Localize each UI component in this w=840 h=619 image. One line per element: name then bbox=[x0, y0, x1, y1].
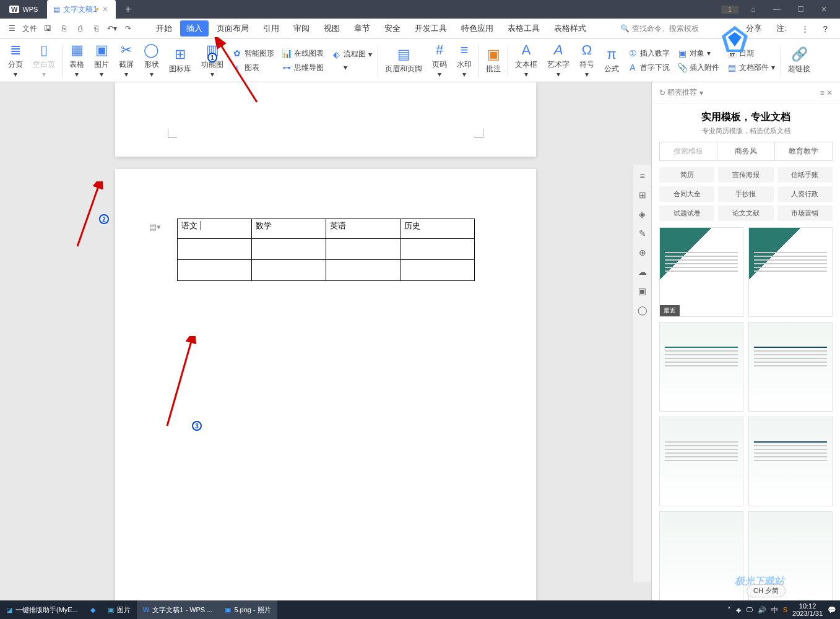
template-thumb[interactable] bbox=[748, 322, 833, 412]
tag-chip[interactable]: 简历 bbox=[659, 167, 714, 183]
tag-chip[interactable]: 宣传海报 bbox=[718, 167, 773, 183]
tray-network-icon[interactable]: 🖵 bbox=[746, 606, 753, 613]
tag-chip[interactable]: 人资行政 bbox=[777, 186, 833, 202]
tray-chevron-icon[interactable]: ˄ bbox=[727, 606, 731, 614]
side-icon[interactable]: ⊞ bbox=[639, 190, 646, 200]
maximize-icon[interactable]: ☐ bbox=[792, 5, 809, 14]
watermark-button[interactable]: ≡水印▾ bbox=[452, 41, 477, 80]
attachment-button[interactable]: 📎插入附件 bbox=[677, 63, 719, 73]
menu-security[interactable]: 安全 bbox=[378, 20, 407, 37]
icon-lib-button[interactable]: ⊞图标库 bbox=[164, 45, 196, 76]
object-button[interactable]: ▣对象▾ bbox=[677, 48, 719, 59]
menu-reference[interactable]: 引用 bbox=[257, 20, 285, 37]
header-footer-button[interactable]: ▤页眉和页脚 bbox=[380, 45, 427, 76]
paragraph-mark-icon[interactable]: ▤▾ bbox=[149, 222, 161, 232]
quick-print-icon[interactable]: ⎗ bbox=[90, 23, 102, 34]
comment-button[interactable]: ▣批注 bbox=[481, 45, 506, 76]
page-break-button[interactable]: ≣分页▾ bbox=[3, 41, 28, 80]
ime-indicator[interactable]: CH 夕简 bbox=[747, 584, 786, 597]
mind-map-dd[interactable]: ▾ bbox=[331, 63, 372, 72]
table-cell[interactable]: 英语 bbox=[326, 219, 401, 239]
doc-parts-button[interactable]: ▤文档部件▾ bbox=[727, 63, 775, 73]
table-cell[interactable]: 语文 bbox=[178, 219, 252, 239]
minimize-icon[interactable]: — bbox=[768, 5, 786, 14]
tray-icon[interactable]: ◈ bbox=[736, 606, 741, 614]
template-thumb[interactable] bbox=[659, 417, 743, 506]
panel-tab[interactable]: 教育教学 bbox=[775, 142, 832, 160]
taskbar-app[interactable]: ◪一键排版助手(MyE... bbox=[0, 600, 84, 619]
template-thumb[interactable] bbox=[659, 322, 743, 412]
side-icon[interactable]: ⊕ bbox=[639, 248, 646, 258]
menu-table-style[interactable]: 表格样式 bbox=[548, 20, 592, 37]
taskbar-app-active[interactable]: W文字文稿1 - WPS ... bbox=[137, 600, 219, 619]
side-icon[interactable]: ✎ bbox=[639, 228, 646, 238]
template-thumb[interactable] bbox=[748, 417, 833, 506]
menu-page-layout[interactable]: 页面布局 bbox=[210, 20, 255, 37]
menu-view[interactable]: 视图 bbox=[318, 20, 346, 37]
taskbar-app[interactable]: ◆ bbox=[84, 600, 102, 619]
assistant-bird-icon[interactable] bbox=[719, 25, 750, 56]
tray-volume-icon[interactable]: 🔊 bbox=[758, 606, 766, 614]
symbol-button[interactable]: Ω符号▾ bbox=[574, 41, 599, 80]
panel-menu-icon[interactable]: ≡ ✕ bbox=[820, 89, 833, 97]
menu-devtools[interactable]: 开发工具 bbox=[409, 20, 453, 37]
taskbar-app[interactable]: ▣5.png - 照片 bbox=[219, 600, 277, 619]
hamburger-icon[interactable]: ☰ bbox=[6, 23, 17, 34]
print-preview-icon[interactable]: ⎘ bbox=[58, 23, 69, 34]
template-thumb[interactable] bbox=[659, 511, 743, 600]
insert-num-button[interactable]: ①插入数字 bbox=[628, 48, 670, 59]
redo-icon[interactable]: ↷ bbox=[123, 23, 134, 34]
menu-section[interactable]: 章节 bbox=[348, 20, 376, 37]
settings-icon[interactable]: ⌂ bbox=[745, 5, 762, 14]
menu-table-tools[interactable]: 表格工具 bbox=[501, 20, 546, 37]
mind-map-button[interactable]: ⊶思维导图 bbox=[282, 63, 324, 73]
undo-icon[interactable]: ↶▾ bbox=[106, 23, 118, 34]
tab-close-icon[interactable]: ✕ bbox=[102, 5, 108, 14]
formula-button[interactable]: π公式 bbox=[599, 45, 624, 76]
menu-review[interactable]: 审阅 bbox=[287, 20, 316, 37]
picture-button[interactable]: ▣图片▾ bbox=[89, 41, 114, 80]
table-cell[interactable]: 历史 bbox=[401, 219, 475, 239]
refresh-icon[interactable]: ↻ bbox=[659, 89, 665, 97]
tray-sogou-icon[interactable]: Ѕ bbox=[783, 606, 787, 613]
shape-button[interactable]: ◯形状▾ bbox=[139, 41, 164, 80]
user-badge[interactable]: 1 bbox=[721, 6, 738, 14]
tray-notification-icon[interactable]: 💬 bbox=[828, 606, 836, 614]
table-button[interactable]: ▦表格▾ bbox=[64, 41, 89, 80]
document-canvas[interactable]: ▤▾ 语文 数学 英语 历史 2 3 bbox=[0, 82, 651, 600]
menu-start[interactable]: 开始 bbox=[150, 20, 178, 37]
print-icon[interactable]: ⎙ bbox=[74, 23, 85, 34]
side-icon[interactable]: ≡ bbox=[639, 171, 644, 181]
tag-chip[interactable]: 手抄报 bbox=[718, 186, 773, 202]
command-search[interactable]: 🔍 查找命令、搜索模板 bbox=[620, 24, 699, 34]
tag-chip[interactable]: 论文文献 bbox=[718, 206, 773, 221]
side-icon[interactable]: ▣ bbox=[638, 286, 646, 296]
online-chart-button[interactable]: 📊在线图表 bbox=[282, 48, 324, 59]
table-cell[interactable]: 数学 bbox=[252, 219, 326, 239]
document-table[interactable]: 语文 数学 英语 历史 bbox=[177, 219, 475, 281]
menu-featured[interactable]: 特色应用 bbox=[455, 20, 500, 37]
annotate-button[interactable]: 注: bbox=[770, 20, 793, 37]
page-num-button[interactable]: #页码▾ bbox=[427, 41, 452, 80]
wordart-button[interactable]: A艺术字▾ bbox=[542, 41, 574, 80]
textbox-button[interactable]: A文本框▾ bbox=[510, 41, 542, 80]
help-icon[interactable]: ? bbox=[817, 22, 834, 36]
panel-tab[interactable]: 搜索模板 bbox=[660, 142, 717, 160]
document-tab[interactable]: ▤文字文稿1 ✕ bbox=[47, 0, 116, 19]
file-menu[interactable]: 文件 bbox=[22, 24, 37, 34]
template-thumb[interactable]: 最近 bbox=[659, 227, 743, 317]
side-icon[interactable]: ☁ bbox=[638, 267, 647, 277]
menu-insert[interactable]: 插入 bbox=[180, 20, 209, 37]
save-icon[interactable]: 🖫 bbox=[42, 23, 53, 34]
tray-lang[interactable]: 中 bbox=[771, 605, 778, 615]
more-icon[interactable]: ⋮ bbox=[795, 22, 815, 36]
template-thumb[interactable] bbox=[748, 227, 833, 317]
tag-chip[interactable]: 信纸手账 bbox=[777, 167, 833, 183]
tray-clock[interactable]: 10:122023/1/31 bbox=[792, 602, 823, 617]
side-icon[interactable]: ◯ bbox=[638, 305, 647, 315]
close-icon[interactable]: ✕ bbox=[815, 5, 833, 14]
flow-chart-button[interactable]: ⬖流程图▾ bbox=[331, 49, 372, 59]
taskbar-app[interactable]: ▣图片 bbox=[102, 600, 137, 619]
tag-chip[interactable]: 试题试卷 bbox=[659, 206, 714, 221]
hyperlink-button[interactable]: 🔗超链接 bbox=[783, 45, 815, 76]
